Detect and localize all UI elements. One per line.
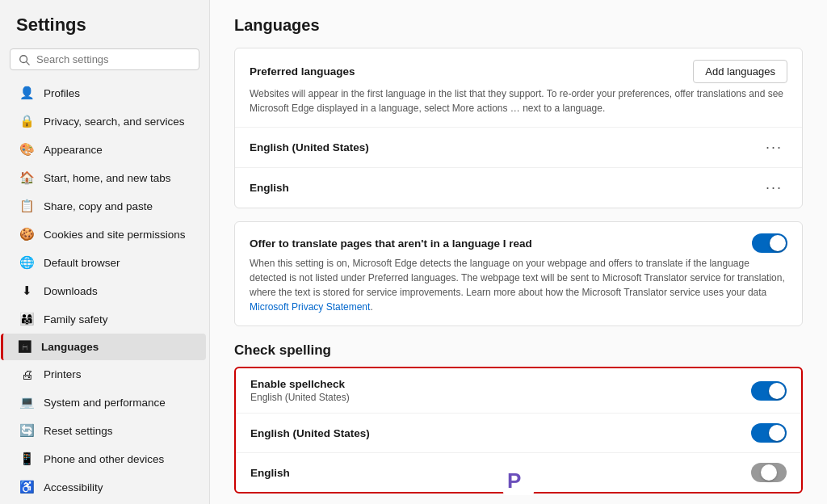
sidebar-item-languages[interactable]: 🅰 Languages [1,334,206,360]
page-title: Languages [234,16,803,35]
toggle-thumb [769,383,785,399]
privacy-icon: 🔒 [19,114,34,128]
browser-icon: 🌐 [19,255,34,270]
spellcheck-lang-name: English [250,467,290,479]
offer-translate-toggle[interactable] [752,233,787,253]
languages-icon: 🅰 [17,340,31,354]
cookies-icon: 🍪 [19,227,34,242]
sidebar-item-family[interactable]: 👨‍👩‍👧 Family safety [3,305,206,333]
toggle-track [751,463,787,482]
enable-spellcheck-sub: English (United States) [250,392,350,403]
sidebar-item-printers[interactable]: 🖨 Printers [3,361,206,388]
sidebar-item-label: Start, home, and new tabs [44,172,171,184]
spellcheck-section-title: Check spelling [234,342,803,359]
svg-text:P: P [507,468,521,493]
sidebar-item-label: Privacy, search, and services [44,116,185,128]
sidebar-item-label: Phone and other devices [44,453,164,465]
toggle-track [752,233,787,253]
preferred-languages-card: Preferred languages Add languages Websit… [234,48,803,208]
main-wrapper: Languages Preferred languages Add langua… [210,0,827,504]
sidebar-item-label: Languages [41,341,99,353]
language-more-button[interactable]: ··· [761,137,787,158]
preferred-languages-title: Preferred languages [250,65,355,78]
language-name: English (United States) [250,141,369,153]
appearance-icon: 🎨 [19,142,34,157]
sidebar-item-downloads[interactable]: ⬇ Downloads [3,277,206,304]
search-box[interactable] [10,48,199,70]
search-input[interactable] [36,53,191,65]
svg-line-1 [27,61,30,65]
profiles-icon: 👤 [19,86,34,100]
printers-icon: 🖨 [19,368,34,381]
spellcheck-lang-english-toggle[interactable] [751,463,787,482]
sidebar-item-cookies[interactable]: 🍪 Cookies and site permissions [3,220,206,248]
enable-spellcheck-row: Enable spellcheck English (United States… [236,368,801,414]
sidebar-item-label: Cookies and site permissions [44,229,186,241]
sidebar-item-privacy[interactable]: 🔒 Privacy, search, and services [3,107,206,135]
main-content: Languages Preferred languages Add langua… [210,0,827,504]
toggle-thumb [769,425,785,441]
family-icon: 👨‍👩‍👧 [19,312,34,326]
spellcheck-lang-english-us-toggle[interactable] [751,423,787,443]
downloads-icon: ⬇ [19,284,34,298]
language-name: English [250,182,289,194]
toggle-track [751,381,787,401]
home-icon: 🏠 [19,170,34,185]
sidebar-item-default-browser[interactable]: 🌐 Default browser [3,249,206,276]
reset-icon: 🔄 [19,423,34,438]
toggle-thumb [770,235,786,251]
search-icon [19,54,30,65]
preferred-languages-header-row: Preferred languages Add languages Websit… [235,48,802,128]
spellcheck-lang-english-us-row: English (United States) [236,414,801,453]
sidebar-item-start-home[interactable]: 🏠 Start, home, and new tabs [3,164,206,191]
enable-spellcheck-title: Enable spellcheck [250,378,350,390]
enable-spellcheck-left: Enable spellcheck English (United States… [250,378,350,403]
sidebar-item-appearance[interactable]: 🎨 Appearance [3,136,206,163]
sidebar-item-accessibility[interactable]: ♿ Accessibility [3,473,206,501]
sidebar-item-phone[interactable]: 📱 Phone and other devices [3,445,206,472]
phone-icon: 📱 [19,452,34,466]
offer-translate-card: Offer to translate pages that aren't in … [234,221,803,326]
add-languages-button[interactable]: Add languages [693,60,787,83]
sidebar-item-label: Share, copy and paste [44,200,153,212]
toggle-track [751,423,787,443]
sidebar-item-share[interactable]: 📋 Share, copy and paste [3,192,206,220]
sidebar-item-profiles[interactable]: 👤 Profiles [3,79,206,107]
sidebar-item-label: Accessibility [44,481,103,494]
share-icon: 📋 [19,199,34,213]
sidebar-item-label: Family safety [44,313,108,326]
sidebar-item-system[interactable]: 💻 System and performance [3,388,206,416]
preferred-languages-desc: Websites will appear in the first langua… [250,86,787,116]
sidebar-item-reset[interactable]: 🔄 Reset settings [3,417,206,444]
toggle-thumb [761,464,777,481]
language-more-button[interactable]: ··· [761,178,787,198]
privacy-statement-link[interactable]: Microsoft Privacy Statement [250,301,370,313]
offer-translate-title: Offer to translate pages that aren't in … [250,237,532,250]
sidebar-item-label: Profiles [44,87,80,99]
offer-translate-header: Offer to translate pages that aren't in … [250,233,787,253]
nav-list: 👤 Profiles 🔒 Privacy, search, and servic… [0,78,209,504]
pendo-logo: P [503,464,534,498]
offer-translate-row: Offer to translate pages that aren't in … [235,222,802,326]
sidebar-item-label: Downloads [44,285,98,297]
language-entry-english-us: English (United States) ··· [235,128,802,168]
enable-spellcheck-toggle[interactable] [751,381,787,401]
language-entry-english: English ··· [235,168,802,208]
offer-translate-desc: When this setting is on, Microsoft Edge … [250,256,787,314]
accessibility-icon: ♿ [19,480,34,494]
sidebar-title: Settings [0,0,209,44]
sidebar-item-label: Printers [44,368,82,380]
preferred-languages-header: Preferred languages Add languages [250,60,787,83]
sidebar-item-label: Appearance [44,144,103,156]
system-icon: 💻 [19,395,34,410]
sidebar-item-label: Default browser [44,257,120,269]
spellcheck-lang-name: English (United States) [250,427,370,439]
sidebar-item-label: Reset settings [44,425,113,437]
sidebar: Settings 👤 Profiles 🔒 Privacy, search, a… [0,0,210,504]
pendo-icon: P [503,464,534,495]
sidebar-item-label: System and performance [44,397,166,409]
